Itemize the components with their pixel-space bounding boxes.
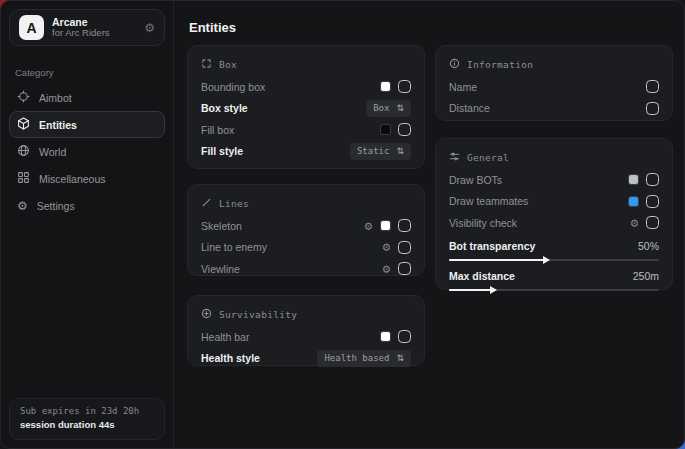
card-title: General <box>467 152 509 163</box>
row-settings-icon[interactable]: ⚙ <box>382 264 391 275</box>
checkbox[interactable] <box>398 80 411 93</box>
color-swatch[interactable] <box>380 124 391 135</box>
checkbox[interactable] <box>398 241 411 254</box>
lines-card: Lines Skeleton ⚙ Line to enemy ⚙ Viewlin… <box>187 184 425 276</box>
checkbox[interactable] <box>646 195 659 208</box>
subscription-card: Sub expires in 23d 20h session duration … <box>9 398 165 440</box>
slider-value: 250m <box>633 270 659 282</box>
sliders-icon <box>449 151 460 164</box>
setting-label: Health style <box>201 352 317 364</box>
slider-thumb[interactable] <box>490 286 497 294</box>
sidebar: A Arcane for Arc Riders ⚙ Category Aimbo… <box>1 1 174 448</box>
setting-label: Draw teammates <box>449 195 628 207</box>
sidebar-item-miscellaneous[interactable]: Miscellaneous <box>9 165 165 192</box>
color-swatch[interactable] <box>380 220 391 231</box>
sidebar-item-label: World <box>39 146 66 158</box>
setting-label: Visibility check <box>449 217 630 229</box>
setting-row: Fill style Static ⇅ <box>201 141 411 163</box>
health-cross-icon <box>201 308 212 321</box>
checkbox[interactable] <box>646 216 659 229</box>
diagonal-line-icon <box>201 197 212 210</box>
fill-style-dropdown[interactable]: Static ⇅ <box>350 143 411 160</box>
sync-icon[interactable]: ⚙ <box>144 21 155 35</box>
setting-label: Bounding box <box>201 81 380 93</box>
setting-row: Name <box>449 76 659 98</box>
brand-card: A Arcane for Arc Riders ⚙ <box>9 9 165 46</box>
max-distance-slider[interactable] <box>449 285 659 294</box>
box-card: Box Bounding box Box style Box ⇅ Fill bo… <box>187 45 425 169</box>
row-settings-icon[interactable]: ⚙ <box>382 242 391 253</box>
checkbox[interactable] <box>398 123 411 136</box>
slider-fill <box>449 289 491 291</box>
slider-row: Bot transparency 50% <box>449 238 659 255</box>
box-corners-icon <box>201 58 212 71</box>
card-title: Box <box>219 59 237 70</box>
session-duration-text: session duration 44s <box>20 418 154 432</box>
card-title: Survivability <box>219 309 297 320</box>
setting-label: Fill box <box>201 124 380 136</box>
unfold-icon: ⇅ <box>396 353 404 363</box>
card-title: Information <box>467 59 533 70</box>
setting-row: Box style Box ⇅ <box>201 98 411 120</box>
general-card: General Draw BOTs Draw teammates Visibil… <box>435 138 673 290</box>
survivability-card: Survivability Health bar Health style He… <box>187 295 425 366</box>
sidebar-item-aimbot[interactable]: Aimbot <box>9 84 165 111</box>
sidebar-item-world[interactable]: World <box>9 138 165 165</box>
setting-label: Skeleton <box>201 220 364 232</box>
checkbox[interactable] <box>398 219 411 232</box>
crosshair-icon <box>17 90 30 105</box>
checkbox[interactable] <box>398 330 411 343</box>
setting-row: Line to enemy ⚙ <box>201 237 411 259</box>
app-subtitle: for Arc Riders <box>52 28 136 39</box>
entities-cube-icon <box>17 117 30 132</box>
color-swatch[interactable] <box>628 174 639 185</box>
app-logo: A <box>19 15 44 40</box>
slider-label: Max distance <box>449 270 633 282</box>
dropdown-value: Box <box>373 103 389 113</box>
category-label: Category <box>15 67 159 78</box>
color-swatch[interactable] <box>380 81 391 92</box>
slider-thumb[interactable] <box>543 256 550 264</box>
color-swatch[interactable] <box>628 196 639 207</box>
dropdown-value: Health based <box>324 353 389 363</box>
setting-row: Health bar <box>201 326 411 348</box>
row-settings-icon[interactable]: ⚙ <box>630 218 639 229</box>
checkbox[interactable] <box>398 262 411 275</box>
sidebar-item-label: Miscellaneous <box>39 173 106 185</box>
health-style-dropdown[interactable]: Health based ⇅ <box>317 350 411 367</box>
checkbox[interactable] <box>646 102 659 115</box>
sidebar-item-label: Aimbot <box>39 92 72 104</box>
information-card: Information Name Distance <box>435 45 673 121</box>
setting-label: Health bar <box>201 331 380 343</box>
setting-label: Viewline <box>201 263 382 275</box>
slider-row: Max distance 250m <box>449 268 659 285</box>
setting-label: Box style <box>201 102 366 114</box>
checkbox[interactable] <box>646 173 659 186</box>
main-panel: Entities Box Bounding box Box style Box <box>174 1 684 448</box>
dropdown-value: Static <box>357 146 390 156</box>
setting-label: Draw BOTs <box>449 174 628 186</box>
setting-label: Name <box>449 81 646 93</box>
sidebar-nav: Aimbot Entities World Miscellaneous <box>1 84 173 219</box>
slider-value: 50% <box>638 240 659 252</box>
sidebar-item-settings[interactable]: ⚙ Settings <box>9 192 165 219</box>
bot-transparency-slider[interactable] <box>449 255 659 264</box>
setting-row: Bounding box <box>201 76 411 98</box>
app-window: A Arcane for Arc Riders ⚙ Category Aimbo… <box>0 0 685 449</box>
setting-row: Draw teammates <box>449 191 659 213</box>
setting-row: Distance <box>449 98 659 120</box>
row-settings-icon[interactable]: ⚙ <box>364 221 373 232</box>
slider-label: Bot transparency <box>449 240 638 252</box>
sidebar-item-entities[interactable]: Entities <box>9 111 165 138</box>
color-swatch[interactable] <box>380 331 391 342</box>
grid-icon <box>17 171 30 186</box>
page-title: Entities <box>189 20 236 35</box>
box-style-dropdown[interactable]: Box ⇅ <box>366 100 411 117</box>
setting-label: Line to enemy <box>201 241 382 253</box>
globe-icon <box>17 144 30 159</box>
setting-row: Skeleton ⚙ <box>201 215 411 237</box>
slider-fill <box>449 259 544 261</box>
checkbox[interactable] <box>646 80 659 93</box>
setting-row: Viewline ⚙ <box>201 258 411 280</box>
setting-label: Distance <box>449 102 646 114</box>
